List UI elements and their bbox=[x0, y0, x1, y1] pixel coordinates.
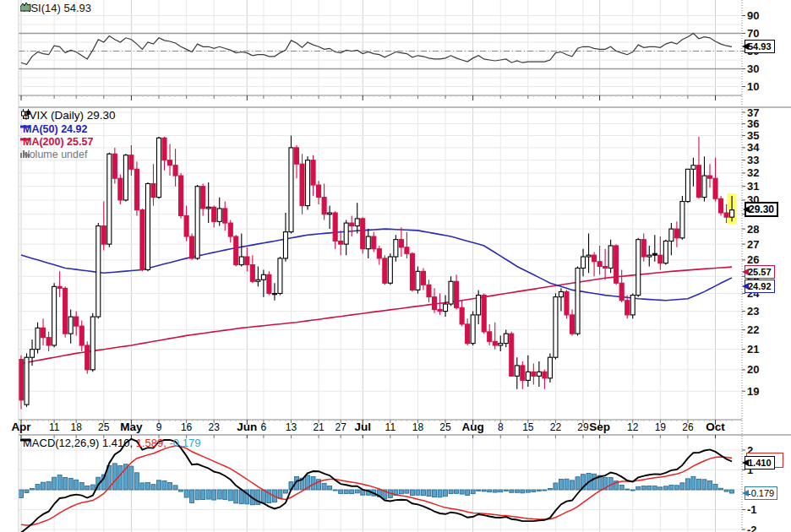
macd-histogram-bar bbox=[157, 480, 161, 490]
x-axis-label: 19 bbox=[655, 421, 667, 433]
volume-label: Volume undef bbox=[23, 149, 87, 160]
macd-histogram-bar bbox=[228, 490, 232, 501]
macd-histogram-bar bbox=[641, 486, 646, 490]
ma200-value: 25.57 bbox=[67, 136, 93, 148]
y-axis-label: 22 bbox=[747, 323, 759, 336]
macd-histogram-bar bbox=[399, 490, 403, 494]
y-axis-label: 33 bbox=[747, 154, 759, 166]
chart-canvas: Apr111825May91623Jun6132127Jul111825Aug8… bbox=[0, 0, 791, 532]
x-axis-label: 11 bbox=[385, 421, 396, 433]
macd-histogram-bar bbox=[112, 464, 117, 490]
macd-histogram-bar bbox=[68, 478, 73, 490]
ma200-legend: MA(200) 25.57 bbox=[20, 136, 93, 149]
symbol-legend: $VIX (Daily) 29.30 bbox=[20, 109, 116, 122]
y-axis-label: 32 bbox=[747, 166, 759, 179]
x-axis-label: 27 bbox=[335, 421, 346, 433]
macd-histogram-bar bbox=[195, 490, 199, 500]
macd-histogram-bar bbox=[630, 490, 635, 491]
macd-histogram-bar bbox=[565, 479, 569, 490]
y-axis-label: -1 bbox=[747, 503, 757, 516]
macd-histogram-bar bbox=[421, 490, 425, 496]
macd-histogram-bar bbox=[90, 485, 95, 490]
macd-legend: MACD(12,26,9) 1.410, 1.589, -0.179 bbox=[20, 437, 200, 449]
macd-histogram-bar bbox=[134, 473, 139, 490]
x-axis-label: 18 bbox=[71, 421, 83, 433]
y-axis-label: 21 bbox=[747, 343, 759, 356]
macd-histogram-bar bbox=[322, 483, 326, 490]
rsi-callout: 54.93 bbox=[745, 40, 775, 53]
macd-histogram-bar bbox=[658, 487, 663, 490]
macd-histogram-bar bbox=[477, 490, 481, 491]
macd-histogram-bar bbox=[685, 479, 690, 490]
x-axis-label: 26 bbox=[682, 421, 694, 433]
macd-histogram-bar bbox=[140, 483, 145, 490]
macd-histogram-bar bbox=[719, 488, 723, 490]
macd-histogram-bar bbox=[355, 490, 359, 493]
y-axis-label: 35 bbox=[747, 129, 759, 142]
x-axis-label: 13 bbox=[286, 421, 297, 433]
x-axis-label: 18 bbox=[412, 421, 424, 433]
macd-histogram-bar bbox=[433, 490, 437, 497]
hist-callout: -0.179 bbox=[745, 486, 777, 500]
macd-histogram-bar bbox=[41, 482, 46, 490]
macd-histogram-bar bbox=[416, 490, 420, 495]
x-axis-label: 25 bbox=[98, 421, 110, 433]
x-axis-label: 23 bbox=[209, 421, 221, 433]
macd-histogram-bar bbox=[708, 480, 712, 490]
x-axis-label: Sep bbox=[589, 421, 610, 433]
macd-histogram-bar bbox=[702, 480, 706, 490]
macd-histogram-bar bbox=[576, 477, 580, 490]
x-axis-label: Jul bbox=[354, 421, 371, 433]
macd-histogram-bar bbox=[438, 490, 442, 497]
macd-histogram-bar bbox=[636, 486, 641, 490]
macd-callout: 1.410 bbox=[745, 456, 775, 470]
stockchart: Apr111825May91623Jun6132127Jul111825Aug8… bbox=[0, 0, 791, 532]
x-axis-label: 11 bbox=[49, 421, 60, 433]
macd-hist-value: -0.179 bbox=[170, 437, 201, 449]
macd-histogram-bar bbox=[669, 485, 674, 490]
macd-histogram-bar bbox=[30, 489, 35, 490]
ma50-line bbox=[21, 229, 732, 301]
macd-histogram-bar bbox=[333, 490, 337, 491]
macd-histogram-bar bbox=[339, 490, 343, 493]
macd-histogram-bar bbox=[25, 490, 29, 493]
macd-histogram-bar bbox=[239, 490, 243, 503]
macd-histogram-bar bbox=[410, 490, 414, 496]
macd-histogram-bar bbox=[234, 490, 238, 503]
macd-histogram-bar bbox=[173, 486, 177, 490]
macd-histogram-bar bbox=[283, 490, 287, 493]
y-axis-label: 30 bbox=[747, 62, 759, 75]
macd-value: 1.410, bbox=[102, 437, 133, 449]
price-callout: 29.30 bbox=[745, 202, 778, 217]
x-axis-label: Aug bbox=[462, 421, 484, 433]
rsi-value: 54.93 bbox=[63, 2, 91, 14]
macd-histogram-bar bbox=[510, 490, 514, 492]
x-axis-label: May bbox=[120, 421, 143, 433]
ma50-legend: MA(50) 24.92 bbox=[20, 123, 87, 136]
macd-histogram-bar bbox=[85, 486, 90, 490]
macd-histogram-bar bbox=[201, 490, 205, 500]
macd-histogram-bar bbox=[554, 483, 558, 490]
y-axis-label: 36 bbox=[747, 117, 759, 130]
macd-histogram-bar bbox=[455, 490, 459, 493]
macd-histogram-bar bbox=[190, 490, 194, 502]
macd-histogram-bar bbox=[570, 480, 575, 490]
macd-panel bbox=[19, 439, 734, 532]
macd-histogram-bar bbox=[619, 485, 624, 490]
macd-histogram-bar bbox=[184, 490, 188, 497]
y-axis-label: 90 bbox=[747, 9, 759, 22]
x-axis-label: Oct bbox=[706, 421, 725, 433]
macd-histogram-bar bbox=[504, 490, 508, 491]
macd-histogram-bar bbox=[537, 490, 541, 491]
x-axis-label: 22 bbox=[550, 421, 562, 433]
macd-histogram-bar bbox=[57, 475, 62, 490]
y-axis-label: 34 bbox=[747, 141, 760, 154]
x-axis-label: 25 bbox=[439, 421, 451, 433]
ma200-callout: 25.57 bbox=[745, 265, 775, 279]
macd-histogram-bar bbox=[730, 490, 734, 493]
macd-histogram-bar bbox=[162, 480, 166, 490]
ma50-callout: 24.92 bbox=[745, 280, 775, 293]
macd-histogram-bar bbox=[696, 479, 701, 490]
macd-histogram-bar bbox=[35, 485, 40, 490]
macd-histogram-bar bbox=[223, 490, 227, 499]
